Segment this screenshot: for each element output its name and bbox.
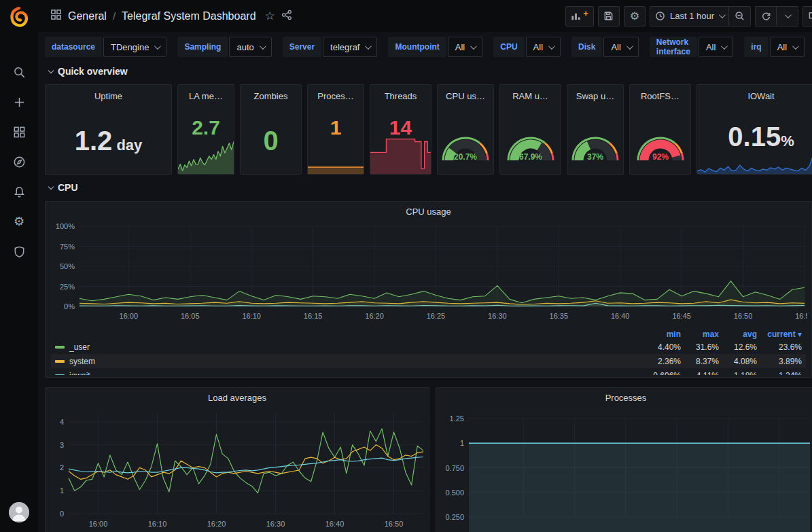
gauge-20.7%: 20.7% — [440, 130, 491, 164]
panel-title[interactable]: Processes — [436, 388, 812, 406]
chevron-down-icon — [626, 43, 633, 50]
svg-text:100%: 100% — [56, 222, 75, 230]
stat-panel-title[interactable]: Zombies — [241, 85, 301, 103]
filter-value-dropdown[interactable]: All — [526, 37, 561, 57]
refresh-interval-button[interactable] — [777, 6, 798, 26]
share-icon[interactable] — [281, 10, 292, 23]
svg-text:2: 2 — [60, 463, 64, 472]
legend-column-current[interactable]: current ▾ — [757, 330, 802, 339]
chevron-down-icon — [260, 43, 266, 50]
chevron-down-icon — [470, 43, 477, 50]
gauge-value: 37% — [587, 152, 603, 162]
filter-server: Servertelegraf — [283, 37, 378, 57]
legend-series-toggle[interactable]: iowait — [55, 371, 641, 376]
filter-value-dropdown[interactable]: TDengine — [103, 37, 166, 57]
breadcrumb: General / Telegraf System Dashboard ☆ — [50, 9, 292, 23]
zoom-out-time-button[interactable] — [729, 6, 751, 26]
processes-panel: Processes 0.2500.5000.75011.25 — [436, 387, 812, 532]
legend-column-avg[interactable]: avg — [719, 330, 757, 339]
clock-icon — [655, 11, 665, 21]
create-plus-icon[interactable] — [12, 94, 27, 109]
stat-value: 14 — [370, 118, 431, 138]
save-dashboard-button[interactable] — [598, 6, 620, 26]
svg-text:16:05: 16:05 — [181, 312, 200, 320]
filter-value-dropdown[interactable]: telegraf — [323, 37, 377, 57]
gauge-value: 20.7% — [454, 152, 477, 162]
sidebar: ⚙ — [0, 0, 38, 532]
svg-text:1: 1 — [60, 486, 64, 495]
load-averages-chart[interactable]: 0123416:0016:1016:2016:3016:4016:50 — [51, 406, 425, 532]
grafana-logo-icon[interactable] — [9, 7, 29, 27]
legend-series-toggle[interactable]: system — [55, 357, 641, 366]
filter-value-dropdown[interactable]: All — [770, 37, 805, 57]
save-icon — [603, 11, 614, 21]
configuration-gear-icon[interactable]: ⚙ — [12, 214, 27, 229]
stat-value: 1.2 day — [46, 127, 171, 154]
stat-panel-zombies: Zombies0 — [240, 84, 302, 175]
legend-value-max: 31.6% — [681, 342, 719, 352]
legend-column-max[interactable]: max — [681, 330, 719, 339]
legend-color-swatch — [55, 346, 65, 349]
stat-panel-title[interactable]: Swap u… — [567, 85, 623, 103]
stat-panel-la-me-: LA me…2.7 — [177, 84, 234, 175]
legend-value-current: 3.89% — [757, 357, 802, 366]
panel-title[interactable]: CPU usage — [46, 202, 811, 219]
refresh-icon — [761, 11, 771, 21]
svg-text:50%: 50% — [60, 262, 75, 270]
filter-value-dropdown[interactable]: All — [699, 37, 733, 57]
template-variable-filters: datasourceTDengineSamplingautoServertele… — [45, 37, 812, 57]
alerting-bell-icon[interactable] — [12, 184, 27, 199]
refresh-button[interactable] — [755, 6, 777, 26]
cpu-legend-table: minmaxavgcurrent ▾_user4.40%31.6%12.6%23… — [51, 328, 806, 375]
proc-spark — [308, 151, 364, 174]
time-range-button[interactable]: Last 1 hour — [650, 6, 729, 26]
stat-panel-title[interactable]: RootFS… — [630, 85, 690, 103]
dashboard-grid-icon[interactable] — [50, 9, 62, 23]
filter-label: Server — [283, 37, 321, 57]
load-averages-panel: Load averages 0123416:0016:1016:2016:301… — [45, 387, 429, 532]
stat-panel-title[interactable]: IOWait — [697, 85, 812, 103]
legend-series-toggle[interactable]: _user — [55, 342, 641, 352]
filter-value-text: auto — [236, 42, 253, 52]
star-icon[interactable]: ☆ — [265, 9, 275, 23]
panel-title[interactable]: Load averages — [46, 388, 429, 406]
processes-chart[interactable]: 0.2500.5000.75011.25 — [442, 406, 811, 532]
stat-panel-title[interactable]: LA me… — [178, 85, 234, 103]
time-picker-group: Last 1 hour — [650, 6, 751, 26]
user-avatar[interactable] — [9, 502, 29, 522]
svg-text:16:30: 16:30 — [488, 312, 507, 320]
breadcrumb-dashboard-title[interactable]: Telegraf System Dashboard — [122, 10, 255, 22]
section-quick-overview[interactable]: Quick overview — [49, 66, 128, 77]
dashboards-icon[interactable] — [12, 124, 27, 139]
svg-text:16:10: 16:10 — [242, 312, 261, 320]
stat-panel-cpu-us-: CPU us…20.7% — [437, 84, 494, 175]
stat-panel-title[interactable]: Threads — [370, 85, 431, 103]
breadcrumb-section[interactable]: General — [68, 10, 107, 22]
section-cpu[interactable]: CPU — [49, 182, 78, 193]
svg-text:16:45: 16:45 — [672, 312, 691, 320]
filter-value-dropdown[interactable]: auto — [229, 37, 271, 57]
cpu-usage-chart[interactable]: 0%25%50%75%100%16:0016:0516:1016:1516:20… — [51, 219, 807, 323]
gauge-value: 67.9% — [518, 152, 542, 162]
tv-mode-button[interactable] — [802, 6, 812, 26]
add-panel-button[interactable]: + — [565, 6, 594, 26]
svg-text:3: 3 — [60, 441, 64, 449]
stat-panel-title[interactable]: Proces… — [308, 85, 364, 103]
legend-color-swatch — [55, 374, 65, 376]
filter-value-text: All — [777, 42, 787, 52]
legend-series-name: iowait — [69, 371, 90, 376]
filter-value-dropdown[interactable]: All — [448, 37, 482, 57]
filter-label: datasource — [45, 37, 102, 57]
filter-value-dropdown[interactable]: All — [603, 37, 638, 57]
dashboard-settings-button[interactable]: ⚙ — [624, 6, 646, 26]
stat-panel-title[interactable]: CPU us… — [438, 85, 493, 103]
search-icon[interactable] — [12, 65, 27, 79]
chevron-down-icon — [154, 43, 161, 50]
stat-panel-title[interactable]: RAM u… — [500, 85, 561, 103]
stat-panel-title[interactable]: Uptime — [46, 85, 171, 103]
gauge-37%: 37% — [569, 130, 621, 164]
server-admin-shield-icon[interactable] — [12, 244, 27, 259]
nav-toolbar: + ⚙ Last 1 hour — [565, 6, 807, 26]
explore-compass-icon[interactable] — [12, 154, 27, 169]
legend-column-min[interactable]: min — [641, 330, 681, 339]
